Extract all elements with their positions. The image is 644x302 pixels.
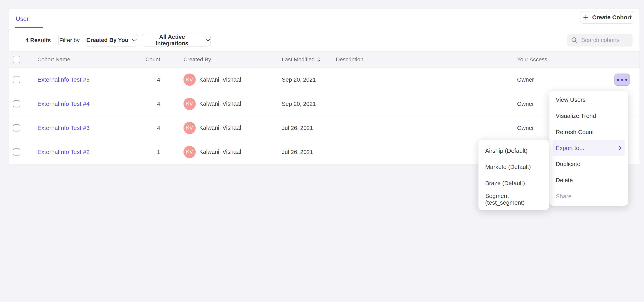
active-tab-indicator	[15, 26, 43, 28]
creator-name: Kalwani, Vishaal	[199, 124, 241, 131]
plus-icon	[583, 14, 589, 20]
access-value: Owner	[517, 100, 534, 107]
chevron-down-icon	[206, 39, 210, 42]
submenu-item-braze[interactable]: Braze (Default)	[478, 175, 549, 191]
submenu-item-marketo[interactable]: Marketo (Default)	[478, 159, 549, 175]
chevron-right-icon	[619, 146, 622, 150]
row-checkbox[interactable]	[13, 76, 20, 83]
column-header-description: Description	[336, 56, 364, 63]
creator-name: Kalwani, Vishaal	[199, 100, 241, 107]
search-input[interactable]	[581, 37, 626, 43]
chevron-down-icon	[132, 39, 137, 42]
table-header: Cohort Name Count Created By Last Modifi…	[9, 51, 640, 68]
column-header-count: Count	[120, 56, 160, 63]
avatar: KV	[184, 74, 196, 86]
last-modified-value: Jul 26, 2021	[282, 149, 313, 155]
results-count: 4 Results	[26, 37, 51, 43]
cohort-count: 4	[120, 100, 160, 107]
sort-icon[interactable]	[317, 57, 320, 62]
last-modified-value: Sep 20, 2021	[282, 76, 316, 83]
cohort-name-link[interactable]: ExternalInfo Test #3	[38, 124, 90, 131]
menu-item-duplicate[interactable]: Duplicate	[549, 156, 628, 172]
created-by-filter-label: Created By You	[86, 37, 128, 43]
filter-bar-divider	[58, 36, 59, 45]
tab-bar: User Create Cohort	[9, 9, 640, 29]
created-by-cell: KV Kalwani, Vishaal	[184, 74, 241, 86]
created-by-filter-dropdown[interactable]: Created By You	[85, 34, 138, 46]
avatar: KV	[184, 122, 196, 134]
cohort-count: 4	[120, 124, 160, 131]
cohort-name-link[interactable]: ExternalInfo Test #4	[38, 100, 90, 107]
column-header-created-by: Created By	[184, 56, 211, 63]
column-header-last-modified[interactable]: Last Modified	[282, 56, 320, 63]
tab-user[interactable]: User	[15, 9, 29, 28]
creator-name: Kalwani, Vishaal	[199, 76, 241, 83]
export-submenu: Airship (Default) Marketo (Default) Braz…	[478, 140, 549, 210]
cohort-count: 4	[120, 76, 160, 83]
creator-name: Kalwani, Vishaal	[199, 149, 241, 155]
access-value: Owner	[517, 76, 534, 83]
last-modified-label: Last Modified	[282, 56, 315, 63]
row-checkbox[interactable]	[13, 124, 20, 132]
submenu-item-segment[interactable]: Segment (test_segment)	[478, 191, 549, 208]
submenu-item-airship[interactable]: Airship (Default)	[478, 143, 549, 159]
ellipsis-icon	[617, 79, 619, 81]
menu-item-visualize-trend[interactable]: Visualize Trend	[549, 108, 628, 124]
filter-by-label: Filter by	[59, 37, 80, 43]
row-checkbox[interactable]	[13, 148, 20, 156]
create-cohort-label: Create Cohort	[592, 14, 632, 21]
created-by-cell: KV Kalwani, Vishaal	[184, 122, 241, 134]
integrations-filter-label: All Active Integrations	[142, 34, 202, 47]
last-modified-value: Jul 26, 2021	[282, 124, 313, 131]
table-row: ExternalInfo Test #3 4 KV Kalwani, Visha…	[9, 116, 640, 140]
search-box[interactable]	[567, 34, 632, 46]
export-to-label: Export to...	[556, 145, 584, 152]
access-value: Owner	[517, 124, 534, 131]
cohort-count: 1	[120, 149, 160, 155]
cohort-name-link[interactable]: ExternalInfo Test #5	[38, 76, 90, 83]
row-actions-context-menu: View Users Visualize Trend Refresh Count…	[549, 91, 628, 206]
last-modified-value: Sep 20, 2021	[282, 100, 316, 107]
menu-item-view-users[interactable]: View Users	[549, 92, 628, 108]
avatar: KV	[184, 146, 196, 158]
column-header-cohort-name: Cohort Name	[38, 56, 70, 63]
menu-item-delete[interactable]: Delete	[549, 172, 628, 188]
table-row: ExternalInfo Test #5 4 KV Kalwani, Visha…	[9, 68, 640, 92]
row-actions-button[interactable]	[614, 74, 630, 86]
menu-item-export-to[interactable]: Export to...	[552, 140, 625, 156]
search-icon	[571, 37, 578, 44]
table-row: ExternalInfo Test #4 4 KV Kalwani, Visha…	[9, 92, 640, 116]
cohorts-page: User Create Cohort 4 Results Filter by C…	[0, 0, 644, 302]
created-by-cell: KV Kalwani, Vishaal	[184, 146, 241, 158]
tab-user-label: User	[16, 16, 28, 22]
column-header-your-access: Your Access	[517, 56, 547, 63]
filter-bar: 4 Results Filter by Created By You All A…	[9, 29, 640, 51]
menu-item-refresh-count[interactable]: Refresh Count	[549, 124, 628, 140]
avatar: KV	[184, 98, 196, 110]
select-all-checkbox[interactable]	[13, 56, 20, 63]
created-by-cell: KV Kalwani, Vishaal	[184, 98, 241, 110]
menu-item-share: Share	[549, 188, 628, 204]
integrations-filter-dropdown[interactable]: All Active Integrations	[142, 34, 211, 46]
row-checkbox[interactable]	[13, 100, 20, 108]
create-cohort-button[interactable]: Create Cohort	[580, 11, 634, 24]
cohort-name-link[interactable]: ExternalInfo Test #2	[38, 149, 90, 155]
